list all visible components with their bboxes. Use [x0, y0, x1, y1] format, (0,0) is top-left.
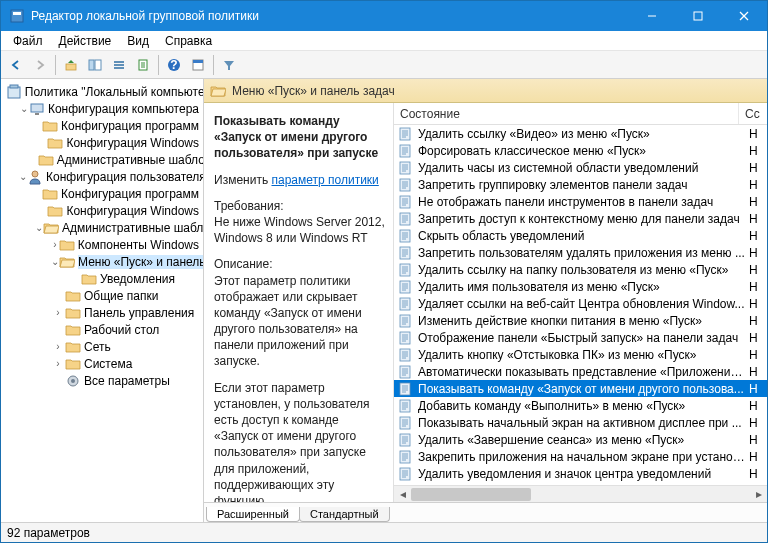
expand-icon[interactable]: ›	[51, 307, 65, 318]
collapse-icon[interactable]: ⌄	[19, 103, 29, 114]
list-item[interactable]: Запретить доступ к контекстному меню для…	[394, 210, 767, 227]
help-button[interactable]: ?	[163, 54, 185, 76]
expand-icon[interactable]: ›	[51, 239, 59, 250]
list-item[interactable]: Удалить имя пользователя из меню «Пуск»Н	[394, 278, 767, 295]
policy-icon	[6, 84, 22, 100]
export-button[interactable]	[132, 54, 154, 76]
tree-node[interactable]: ⌄Конфигурация пользователя	[1, 168, 203, 185]
list-item[interactable]: Удалить кнопку «Отстыковка ПК» из меню «…	[394, 346, 767, 363]
list-item[interactable]: Удаляет ссылки на веб-сайт Центра обновл…	[394, 295, 767, 312]
nav-tree[interactable]: ·Политика "Локальный компьютер⌄Конфигура…	[1, 79, 204, 522]
list-item-label: Удалить часы из системной области уведом…	[418, 161, 745, 175]
list-item[interactable]: Добавить команду «Выполнить» в меню «Пус…	[394, 397, 767, 414]
forward-button[interactable]	[29, 54, 51, 76]
list-item[interactable]: Удалить ссылку на папку пользователя из …	[394, 261, 767, 278]
svg-rect-31	[400, 247, 410, 259]
menu-file[interactable]: Файл	[5, 32, 51, 50]
horizontal-scrollbar[interactable]: ◂ ▸	[394, 485, 767, 502]
column-state[interactable]: Состояние	[394, 103, 739, 124]
tree-node[interactable]: ·Конфигурация программ	[1, 185, 203, 202]
list-item-state: Н	[745, 450, 767, 464]
maximize-button[interactable]	[675, 1, 721, 31]
list-item-label: Удалить уведомления и значок центра увед…	[418, 467, 745, 481]
tree-node[interactable]: ·Административные шаблон	[1, 151, 203, 168]
properties-button[interactable]	[187, 54, 209, 76]
list-item-state: Н	[745, 331, 767, 345]
expand-icon[interactable]: ›	[51, 341, 65, 352]
policy-setting-icon	[398, 245, 414, 261]
list-item[interactable]: Отображение панели «Быстрый запуск» на п…	[394, 329, 767, 346]
minimize-button[interactable]	[629, 1, 675, 31]
tree-node[interactable]: ·Уведомления	[1, 270, 203, 287]
list-item[interactable]: Показывать начальный экран на активном д…	[394, 414, 767, 431]
list-item[interactable]: Изменить действие кнопки питания в меню …	[394, 312, 767, 329]
list-item[interactable]: Запретить пользователям удалять приложен…	[394, 244, 767, 261]
tree-node[interactable]: ›Компоненты Windows	[1, 236, 203, 253]
tree-node[interactable]: ⌄Меню «Пуск» и панель	[1, 253, 203, 270]
user-icon	[27, 169, 43, 185]
list-item[interactable]: Скрыть область уведомленийН	[394, 227, 767, 244]
list-item[interactable]: Удалить уведомления и значок центра увед…	[394, 465, 767, 482]
svg-rect-34	[400, 298, 410, 310]
list-item[interactable]: Не отображать панели инструментов в пане…	[394, 193, 767, 210]
settings-list[interactable]: Удалить ссылку «Видео» из меню «Пуск»НФо…	[394, 125, 767, 485]
tree-node[interactable]: ⌄Конфигурация компьютера	[1, 100, 203, 117]
collapse-icon[interactable]: ⌄	[51, 256, 59, 267]
collapse-icon[interactable]: ⌄	[35, 222, 43, 233]
tree-node[interactable]: ⌄Административные шаблон	[1, 219, 203, 236]
expand-icon[interactable]: ›	[51, 358, 65, 369]
list-item[interactable]: Удалить «Завершение сеанса» из меню «Пус…	[394, 431, 767, 448]
close-button[interactable]	[721, 1, 767, 31]
collapse-icon[interactable]: ⌄	[19, 171, 27, 182]
list-item[interactable]: Закрепить приложения на начальном экране…	[394, 448, 767, 465]
policy-setting-icon	[398, 194, 414, 210]
list-item-state: Н	[745, 246, 767, 260]
svg-rect-42	[400, 434, 410, 446]
list-item[interactable]: Форсировать классическое меню «Пуск»Н	[394, 142, 767, 159]
scroll-left-icon[interactable]: ◂	[394, 486, 411, 503]
tree-node[interactable]: ›Панель управления	[1, 304, 203, 321]
scroll-right-icon[interactable]: ▸	[750, 486, 767, 503]
folder-icon	[65, 339, 81, 355]
list-item-label: Не отображать панели инструментов в пане…	[418, 195, 745, 209]
edit-policy-link[interactable]: параметр политики	[271, 173, 378, 187]
list-item[interactable]: Показывать команду «Запуск от имени друг…	[394, 380, 767, 397]
svg-rect-28	[400, 196, 410, 208]
tree-node[interactable]: ·Конфигурация Windows	[1, 202, 203, 219]
up-button[interactable]	[60, 54, 82, 76]
tree-node[interactable]: ·Конфигурация программ	[1, 117, 203, 134]
menu-view[interactable]: Вид	[119, 32, 157, 50]
list-item[interactable]: Удалить ссылку «Видео» из меню «Пуск»Н	[394, 125, 767, 142]
twisty-blank: ·	[35, 137, 47, 148]
svg-text:?: ?	[170, 58, 177, 72]
list-item[interactable]: Автоматически показывать представление «…	[394, 363, 767, 380]
svg-rect-43	[400, 451, 410, 463]
tree-node-label: Сеть	[84, 340, 111, 354]
list-item[interactable]: Удалить часы из системной области уведом…	[394, 159, 767, 176]
tab-standard[interactable]: Стандартный	[299, 507, 390, 522]
show-hide-tree-button[interactable]	[84, 54, 106, 76]
menu-help[interactable]: Справка	[157, 32, 220, 50]
tree-node[interactable]: ›Система	[1, 355, 203, 372]
column-c2[interactable]: Сс	[739, 103, 767, 124]
tree-node[interactable]: ›Сеть	[1, 338, 203, 355]
tree-node[interactable]: ·Рабочий стол	[1, 321, 203, 338]
settings-icon	[65, 373, 81, 389]
tree-node-label: Конфигурация программ	[61, 119, 199, 133]
tree-node[interactable]: ·Политика "Локальный компьютер	[1, 83, 203, 100]
tree-node[interactable]: ·Конфигурация Windows	[1, 134, 203, 151]
tree-node[interactable]: ·Все параметры	[1, 372, 203, 389]
filter-button[interactable]	[218, 54, 240, 76]
list-item[interactable]: Запретить группировку элементов панели з…	[394, 176, 767, 193]
tree-node[interactable]: ·Общие папки	[1, 287, 203, 304]
scroll-thumb[interactable]	[411, 488, 531, 501]
twisty-blank: ·	[51, 375, 65, 386]
tree-node-label: Конфигурация Windows	[66, 136, 199, 150]
list-item-state: Н	[745, 212, 767, 226]
back-button[interactable]	[5, 54, 27, 76]
list-item-state: Н	[745, 433, 767, 447]
menu-action[interactable]: Действие	[51, 32, 120, 50]
tab-extended[interactable]: Расширенный	[206, 507, 300, 522]
list-view-button[interactable]	[108, 54, 130, 76]
tree-node-label: Система	[84, 357, 132, 371]
